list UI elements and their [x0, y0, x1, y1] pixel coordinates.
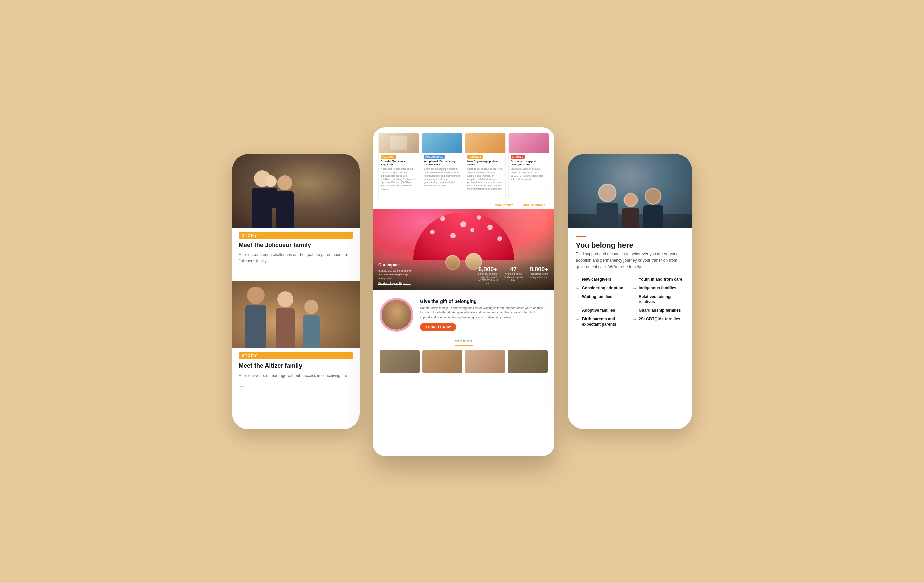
nav-arrow-4: → [632, 286, 637, 291]
nav-arrow-8: → [632, 308, 637, 313]
you-belong-desc: Find support and resources for wherever … [576, 251, 684, 270]
impact-title: Our impact [378, 263, 474, 267]
resource-card-4-body: ARTICLE Be ready to support LGBTQ+ Youth… [509, 153, 549, 183]
resource-card-3-link[interactable]: → [465, 193, 505, 199]
stories-thumbnails [380, 350, 548, 373]
resource-card-3[interactable]: PODCAST New Beginnings podcast series Li… [465, 133, 506, 199]
resource-card-2-desc: Learn about adopting from foster care, i… [424, 168, 460, 187]
resource-card-4-image [509, 133, 549, 153]
nav-item-2slgbtqia[interactable]: → 2SLGBTQIA+ families [632, 316, 684, 327]
impact-stats: 6,000+ Families, children, and youth ser… [474, 266, 549, 284]
nav-arrow-2: → [632, 277, 637, 282]
impact-desc: In 2022-23, we stepped into a time of ne… [378, 269, 412, 280]
resource-card-2-badge: PUBLICATION [424, 155, 444, 159]
donation-content: Give the gift of belonging Donate today … [420, 299, 548, 331]
nav-arrow-3: → [576, 286, 580, 291]
tablet-hero-bg: Our impact In 2022-23, we stepped into a… [373, 209, 554, 290]
story2-desc: After ten years of marriage without succ… [232, 372, 360, 383]
nav-item-indigenous-families[interactable]: → Indigenous families [632, 286, 684, 291]
more-toolkits-link[interactable]: More toolkits → [495, 203, 517, 207]
resource-card-1-link[interactable]: → [379, 193, 419, 199]
story2-badge: STORY [239, 352, 353, 359]
nav-item-guardianship-families[interactable]: → Guardianship families [632, 308, 684, 313]
stories-section: STORIES [373, 340, 554, 379]
nav-label-2: Youth in and from care [639, 277, 682, 282]
stories-label: STORIES [455, 340, 472, 346]
nav-arrow-9: → [576, 317, 580, 321]
nav-item-youth[interactable]: → Youth in and from care [632, 277, 684, 282]
story-thumb-4[interactable] [508, 350, 548, 373]
stat-3: 8,000+ Registered users of AgedOut.com [529, 266, 549, 284]
stat-2-desc: Years of helping families and youth thri… [503, 272, 523, 281]
resource-card-3-title: New Beginnings podcast series [467, 160, 503, 167]
nav-item-relatives-raising[interactable]: → Relatives raising relatives [632, 294, 684, 305]
nav-item-birth-parents[interactable]: → Birth parents and expectant parents [576, 316, 627, 327]
nav-item-new-caregivers[interactable]: → New caregivers [576, 277, 627, 282]
resource-card-4-title: Be ready to support LGBTQ+ Youth [511, 160, 546, 167]
resource-card-4-link[interactable]: → [509, 183, 549, 189]
nav-item-considering-adoption[interactable]: → Considering adoption [576, 286, 627, 291]
nav-arrow-7: → [576, 308, 580, 313]
resource-card-4-desc: Learn what you can do as a parent or car… [511, 168, 546, 181]
phone-right-content: You belong here Find support and resourc… [568, 228, 692, 429]
stat-1: 6,000+ Families, children, and youth ser… [478, 266, 498, 284]
story-thumb-3[interactable] [465, 350, 505, 373]
nav-label-6: Relatives raising relatives [639, 294, 684, 305]
you-belong-title: You belong here [576, 236, 684, 250]
resource-card-2-link[interactable]: → [422, 189, 462, 196]
resource-card-2-title: Adoption & Permanency 101 Podcast [424, 160, 460, 167]
scene: STORY Meet the Jolicoeur family After en… [0, 0, 924, 583]
nav-arrow-5: → [576, 295, 580, 300]
story1-arrow[interactable]: → [232, 268, 360, 281]
resource-card-1-title: Prenatal Substance Exposure [381, 160, 417, 167]
stat-3-desc: Registered users of AgedOut.com [529, 272, 549, 278]
impact-left: Our impact In 2022-23, we stepped into a… [378, 263, 474, 285]
resource-card-1-desc: A collection of resources about prenatal… [381, 168, 417, 191]
story-thumb-1[interactable] [380, 350, 420, 373]
resource-card-2[interactable]: PUBLICATION Adoption & Permanency 101 Po… [422, 133, 462, 199]
nav-arrow-10: → [632, 317, 637, 321]
nav-grid: → New caregivers → Youth in and from car… [576, 277, 684, 327]
tablet-inner: PODCAST Prenatal Substance Exposure A co… [373, 127, 554, 456]
nav-arrow-6: → [632, 295, 637, 300]
story1-desc: After encountering challenges on their p… [232, 252, 360, 268]
phone-right: You belong here Find support and resourc… [568, 154, 692, 429]
more-resources-link[interactable]: More resources → [523, 203, 549, 207]
nav-label-7: Adoptive families [582, 308, 615, 313]
nav-label-5: Waiting families [582, 294, 612, 300]
story2-arrow[interactable]: → [232, 383, 360, 395]
nav-label-8: Guardianship families [639, 308, 681, 313]
resources-row: PODCAST Prenatal Substance Exposure A co… [373, 127, 554, 202]
nav-item-waiting-families[interactable]: → Waiting families [576, 294, 627, 305]
nav-label-10: 2SLGBTQIA+ families [639, 316, 680, 322]
donation-image-circle [380, 298, 413, 332]
stat-1-number: 6,000+ [478, 266, 498, 272]
stat-1-desc: Families, children, and youth served in … [478, 272, 498, 284]
donate-button[interactable]: ♥ DONATE NOW [420, 323, 456, 331]
nav-arrow-1: → [576, 277, 580, 282]
story-thumb-2[interactable] [422, 350, 462, 373]
nav-label-9: Birth parents and expectant parents [582, 316, 627, 327]
donation-section: Give the gift of belonging Donate today … [373, 290, 554, 340]
resource-card-1-image [379, 133, 419, 153]
stat-2-number: 47 [503, 266, 523, 272]
nav-item-adoptive-families[interactable]: → Adoptive families [576, 308, 627, 313]
story1-image [232, 154, 360, 228]
resource-card-1-badge: PODCAST [381, 155, 396, 159]
nav-label-1: New caregivers [582, 277, 611, 282]
story2-image [232, 281, 360, 348]
story2-title: Meet the Altizer family [232, 362, 360, 372]
phone-left: STORY Meet the Jolicoeur family After en… [232, 154, 360, 429]
donation-desc: Donate today to help us find caring fami… [420, 306, 548, 320]
impact-read-more[interactable]: Read our Impact Report → [378, 282, 474, 285]
resource-card-4[interactable]: ARTICLE Be ready to support LGBTQ+ Youth… [508, 133, 549, 199]
phone-left-inner: STORY Meet the Jolicoeur family After en… [232, 154, 360, 429]
nav-label-4: Indigenous families [639, 286, 676, 291]
resource-card-1-body: PODCAST Prenatal Substance Exposure A co… [379, 153, 419, 193]
story1-title: Meet the Jolicoeur family [232, 241, 360, 252]
donation-title: Give the gift of belonging [420, 299, 548, 304]
story1-badge: STORY [239, 232, 353, 239]
resource-card-1[interactable]: PODCAST Prenatal Substance Exposure A co… [378, 133, 419, 199]
stat-2: 47 Years of helping families and youth t… [503, 266, 523, 284]
phone-right-inner: You belong here Find support and resourc… [568, 154, 692, 429]
